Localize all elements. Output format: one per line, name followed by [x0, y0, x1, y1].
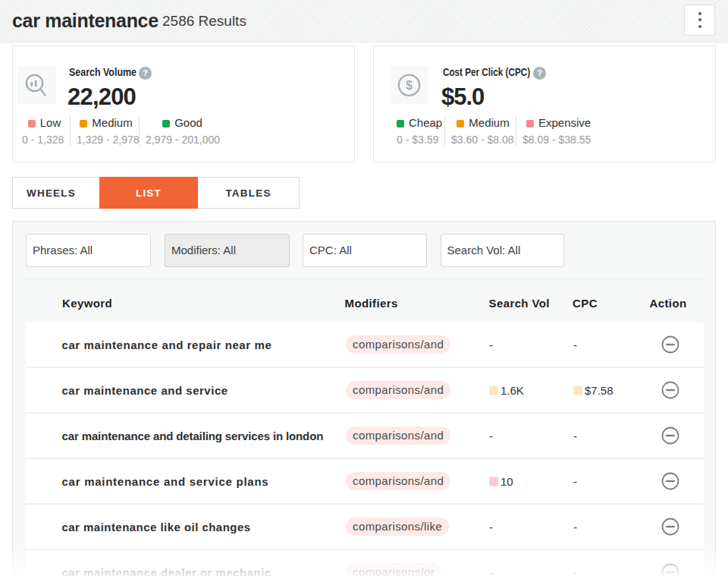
svg-text:$: $ [406, 79, 413, 92]
